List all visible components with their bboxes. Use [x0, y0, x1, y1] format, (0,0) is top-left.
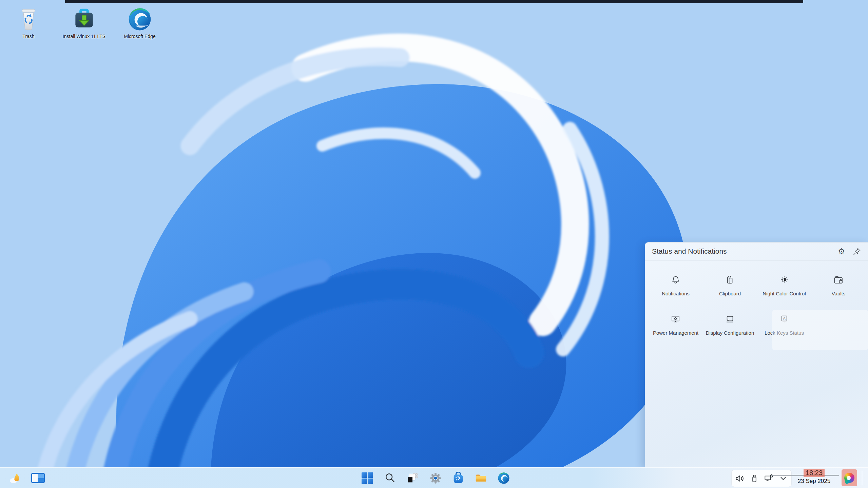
virtual-desktop-pager[interactable] [31, 473, 45, 483]
panel-item-night-color[interactable]: Night Color Control [757, 274, 811, 297]
power-management-icon [670, 313, 681, 326]
status-notifications-panel: Status and Notifications ⚙ Notifications [645, 242, 868, 467]
panel-item-display-configuration[interactable]: Display Configuration [703, 313, 757, 336]
start-button[interactable] [361, 471, 374, 485]
panel-grid: Notifications Clipboard [645, 260, 868, 353]
pager-desktop-1 [32, 474, 38, 482]
task-view-button[interactable] [406, 471, 420, 485]
edge-icon [497, 472, 510, 485]
taskbar: 18:23 23 Sep 2025 [0, 467, 868, 488]
task-view-icon [406, 472, 419, 485]
panel-title: Status and Notifications [652, 247, 838, 255]
search-icon [384, 472, 397, 485]
clock-time: 18:23 [804, 469, 825, 477]
night-color-icon [778, 274, 790, 286]
display-configuration-icon [724, 313, 736, 326]
settings-button[interactable] [429, 471, 442, 485]
start-icon [361, 472, 374, 485]
volume-icon[interactable] [734, 472, 746, 485]
panel-item-label: Notifications [662, 290, 690, 297]
discover-button[interactable] [451, 471, 465, 485]
pin-icon[interactable] [853, 247, 861, 255]
clock-date: 23 Sep 2025 [793, 477, 835, 485]
installer-bag-icon [71, 4, 97, 32]
edge-button[interactable] [497, 471, 510, 485]
folder-icon [475, 472, 487, 485]
hidden-window-edge [65, 0, 803, 3]
pager-desktop-2 [38, 474, 44, 482]
panel-item-label: Vaults [832, 290, 846, 297]
edge-icon [127, 4, 152, 32]
desktop-icon-edge[interactable]: Microsoft Edge [114, 4, 166, 39]
show-desktop-divider [862, 471, 862, 485]
panel-item-clipboard[interactable]: Clipboard [703, 274, 757, 297]
panel-hover-highlight [772, 310, 868, 350]
panel-header: Status and Notifications ⚙ [645, 242, 868, 260]
panel-item-notifications[interactable]: Notifications [649, 274, 703, 297]
bell-icon [670, 274, 681, 286]
clock-widget[interactable]: 18:23 23 Sep 2025 [793, 469, 835, 485]
gear-icon[interactable]: ⚙ [838, 248, 845, 255]
vault-icon [833, 274, 844, 286]
copilot-button[interactable] [842, 469, 857, 486]
panel-item-vaults[interactable]: Vaults [811, 274, 866, 297]
panel-item-power-management[interactable]: Power Management [649, 313, 703, 336]
trash-icon [17, 4, 40, 32]
panel-item-label: Clipboard [719, 290, 741, 297]
tray-expand-chevron-icon[interactable] [777, 472, 789, 485]
weather-widget-icon[interactable] [9, 472, 22, 485]
desktop-icon-area: Trash Install Winux 11 LTS Microsoft Edg [3, 4, 166, 39]
panel-item-label: Display Configuration [706, 330, 754, 336]
desktop-icon-label: Install Winux 11 LTS [63, 34, 105, 39]
discover-store-icon [452, 472, 465, 485]
desktop-icon-label: Trash [22, 34, 34, 39]
display-connector-icon[interactable] [763, 472, 775, 485]
system-tray [731, 470, 792, 487]
panel-item-label: Night Color Control [763, 290, 806, 297]
usb-device-icon[interactable] [748, 472, 760, 485]
search-button[interactable] [383, 471, 397, 485]
copilot-icon [843, 472, 856, 484]
desktop-icon-trash[interactable]: Trash [3, 4, 54, 39]
desktop-icon-label: Microsoft Edge [124, 34, 155, 39]
file-manager-button[interactable] [474, 471, 488, 485]
clipboard-icon [724, 274, 736, 286]
panel-item-label: Power Management [653, 330, 698, 336]
desktop-icon-installer[interactable]: Install Winux 11 LTS [58, 4, 110, 39]
desktop-screen: { "desktop": { "icons": [ {"label": "Tra… [0, 0, 868, 488]
settings-gear-icon [429, 472, 442, 485]
